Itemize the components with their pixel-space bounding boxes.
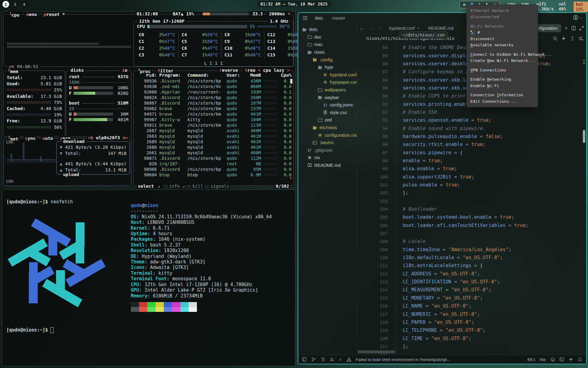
proc-row-99967[interactable]: 99967.kitty-wkittyqudo104M0.0 — [136, 117, 291, 122]
tree-item-hyprpaper-conf[interactable]: hyprpaper.conf — [298, 79, 357, 86]
menu-item-edit-connections[interactable]: Edit Connections... — [467, 98, 538, 105]
io-tab[interactable]: io — [121, 68, 129, 73]
code-line-94[interactable]: 94# Enable sound with pipewire. — [357, 124, 586, 132]
menu-item-[interactable]: # — [467, 29, 538, 36]
disks-panel-tab[interactable]: disks — [69, 68, 85, 73]
code-line-95[interactable]: 95hardware.pulseaudio.enable = false; — [357, 132, 586, 140]
tree-item-dots[interactable]: dots — [298, 26, 357, 33]
proc-row-95062[interactable]: 95062brave/nix/store/bmqudo237M0.0 — [136, 106, 291, 111]
code-line-116[interactable]: 116 LC_NAME = "en_US.UTF-8"; — [357, 302, 586, 310]
proc-row-94971[interactable]: 94971brave/nix/store/bmqudo401M0.0 — [136, 111, 291, 117]
menu-item-enable-wi-fi[interactable]: Enable Wi-Fi — [467, 82, 538, 89]
proc-row-2680[interactable]: 2680mysqldmysqldavahi461M0.0 — [136, 144, 291, 150]
git-branch-icon[interactable] — [311, 357, 316, 362]
code-line-111[interactable]: 111i18n.extraLocaleSettings = { — [357, 262, 586, 270]
menu-item-disconnect[interactable]: Disconnect — [467, 36, 538, 42]
language-selector[interactable]: Nix — [540, 357, 546, 362]
tree-item-config-jsonc[interactable]: {}config.jsonc — [298, 101, 357, 109]
code-line-96[interactable]: 96security.rtkit.enable = true; — [357, 140, 586, 148]
tree-item-configuration-nix[interactable]: configuration.nix — [298, 131, 357, 139]
reverse-button[interactable]: reverse — [218, 68, 239, 73]
copilot-icon[interactable] — [550, 357, 555, 362]
code-line-109[interactable]: 109time.timeZone = "America/Los_Angeles"… — [357, 246, 586, 254]
tree-item-style-css[interactable]: #style.css — [298, 109, 357, 117]
tree-item-gitignore[interactable]: .gitignore — [298, 147, 357, 154]
proc-row-2661[interactable]: 2661mysqldmysqldavahi460M0.0 — [136, 150, 291, 155]
chevron-down-icon[interactable]: ⌄ — [580, 16, 582, 20]
code-line-117[interactable]: 117 LC_NUMERIC = "en_US.UTF-8"; — [357, 310, 586, 318]
proc-row-98604[interactable]: 98604btopbtopqudo6.9M0.0 — [136, 172, 291, 178]
preset-button[interactable]: preset * — [42, 12, 66, 17]
tree-item-zed[interactable]: zed — [298, 116, 357, 124]
cursor-position[interactable]: 69:1 — [527, 357, 535, 362]
code-line-101[interactable]: 101 pulse.enable = true; — [357, 181, 586, 189]
code-line-106[interactable]: 106boot.loader.efi.canTouchEfiVariables … — [357, 221, 586, 229]
proc-row-98824[interactable]: 98824.Discord/nix/store/bpqudo260M0.0 — [136, 95, 291, 100]
tree-item-nix[interactable]: nix — [298, 154, 357, 162]
tree-item-bashrc[interactable]: .bashrc — [298, 139, 357, 147]
panels-toggle-icon[interactable] — [302, 357, 307, 362]
menu-item-create-new-wi-fi-network[interactable]: Create New Wi-Fi Network... — [467, 58, 538, 64]
code-line-93[interactable]: 93services.openssh.enable = true; — [357, 116, 586, 124]
proc-scrollbar[interactable] — [290, 79, 292, 84]
code-line-112[interactable]: 112 LC_ADDRESS = "en_US.UTF-8"; — [357, 270, 586, 278]
tree-item-hypr[interactable]: hypr — [298, 63, 357, 71]
project-name-button[interactable]: dots — [313, 15, 325, 21]
code-line-114[interactable]: 114 LC_MEASUREMENT = "en_US.UTF-8"; — [357, 286, 586, 294]
terminal-panel-icon[interactable] — [559, 357, 564, 362]
app-menu-icon[interactable] — [303, 16, 307, 21]
close-tab-icon[interactable]: × — [417, 26, 420, 31]
tree-item-etc-nixos[interactable]: etc/nixos — [298, 124, 357, 132]
code-line-92[interactable]: 92# Enable SSH — [357, 108, 586, 116]
workspace-3[interactable]: 3 — [12, 1, 18, 8]
code-line-120[interactable]: 120 LC_TIME = "en_US.UTF-8"; — [357, 334, 586, 342]
code-actions-icon[interactable] — [579, 36, 583, 41]
tree-item-doc[interactable]: doc — [298, 33, 357, 41]
proc-row-820[interactable]: 820irq/187-root0B0.0 — [136, 161, 291, 167]
nav-forward-icon[interactable]: → — [366, 26, 375, 31]
code-line-110[interactable]: 110i18n.defaultLocale = "en_US.UTF-8"; — [357, 254, 586, 262]
interval-plus-button[interactable]: + — [288, 11, 290, 16]
horizontal-scrollbar[interactable] — [358, 351, 395, 353]
module-bat[interactable]: bat 15% — [574, 2, 588, 12]
code-line-118[interactable]: 118 LC_PAPER = "en_US.UTF-8"; — [357, 318, 586, 326]
proc-row-2687[interactable]: 2687mysqldmysqldavahi460M0.0 — [136, 128, 291, 133]
tree-item-readme-md[interactable]: README.md — [298, 162, 357, 169]
menu-item-enable-networking[interactable]: Enable Networking — [467, 76, 538, 83]
net-interface[interactable]: <b wlp0s20f3 n> — [87, 135, 129, 140]
tree-item-hyprland-conf[interactable]: hyprland.conf — [298, 71, 357, 79]
code-line-119[interactable]: 119 LC_TELEPHONE = "en_US.UTF-8"; — [357, 326, 586, 334]
proc-row-93038[interactable]: 93038.zed-edi/nix/store/9vqudo860M0.0 — [136, 84, 291, 89]
tree-item-nixos[interactable]: nixos — [298, 48, 357, 56]
code-line-104[interactable]: 104# Bootloader. — [357, 205, 586, 213]
code-line-99[interactable]: 99 alsa.enable = true; — [357, 165, 586, 173]
mem-panel-tab[interactable]: 2mem — [7, 68, 19, 74]
collab-icon[interactable] — [330, 357, 334, 362]
git-branch-button[interactable]: master — [330, 15, 347, 21]
assistant-icon[interactable] — [568, 357, 573, 362]
proc-row-2689[interactable]: 2689mysqldmysqldavahi461M0.0 — [136, 139, 291, 144]
notification-bell-icon[interactable] — [578, 357, 582, 362]
proc-row-92806[interactable]: 92806.Hyprlan/run/current-qudo193M0.1 — [136, 89, 291, 95]
proc-row-98966[interactable]: 98966.Discord/nix/store/bpqudo95M0.0 — [136, 167, 291, 172]
menu-item-available-networks[interactable]: Available networks — [467, 42, 538, 48]
code-line-115[interactable]: 115 LC_MONETARY = "en_US.UTF-8"; — [357, 294, 586, 302]
workspace-1[interactable]: 1 — [2, 1, 9, 8]
split-pane-icon[interactable] — [571, 26, 576, 30]
proc-row-98867[interactable]: 98867.Discord/nix/store/bpqudo107M0.0 — [136, 100, 291, 106]
tree-item-mac[interactable]: mac — [298, 41, 357, 48]
code-line-105[interactable]: 105boot.loader.systemd-boot.enable = tru… — [357, 213, 586, 221]
code-line-100[interactable]: 100 alsa.support32Bit = true; — [357, 173, 586, 181]
workspace-4[interactable]: 4 — [21, 1, 28, 8]
diagnostics-check[interactable]: ✓ — [339, 357, 342, 362]
vertical-scrollbar[interactable] — [583, 130, 585, 143]
text-cursor-icon[interactable] — [570, 36, 575, 41]
net-auto-button[interactable]: auto — [41, 136, 54, 141]
new-tab-button[interactable]: + — [565, 25, 568, 31]
code-line-98[interactable]: 98 enable = true; — [357, 157, 586, 165]
scroll-down-hint[interactable]: ↓ — [289, 175, 292, 180]
net-sync-button[interactable]: sync — [24, 136, 37, 141]
warning-message[interactable]: Failed to load shell environment in /hom… — [356, 357, 450, 362]
proc-row-95011[interactable]: 95011brave/nix/store/bmqudo111M0.0 — [136, 122, 291, 128]
tree-item-wallpapers[interactable]: wallpapers — [298, 86, 357, 94]
